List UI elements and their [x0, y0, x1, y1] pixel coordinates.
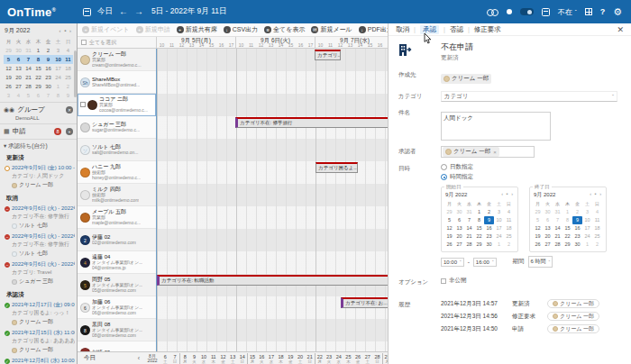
history-user-chip[interactable]: クリーム 一郎: [547, 312, 599, 321]
calendar-day[interactable]: 22: [33, 73, 43, 82]
calendar-day[interactable]: 22: [562, 232, 572, 241]
member-row[interactable]: 2 伊藤 02 02@ontimedemo.com: [78, 229, 156, 251]
calendar-day[interactable]: 29: [474, 241, 484, 249]
private-option[interactable]: 非公開: [441, 277, 624, 285]
history-user-chip[interactable]: クリーム 一郎: [547, 299, 599, 308]
calendar-day[interactable]: 6: [33, 91, 43, 100]
select-all-checkbox[interactable]: [81, 40, 87, 45]
calendar-day[interactable]: 1: [474, 208, 484, 216]
calendar-day[interactable]: 24: [582, 232, 592, 241]
calendar-day[interactable]: 3: [494, 208, 504, 216]
calendar-day[interactable]: 29: [562, 241, 572, 249]
member-row[interactable]: メープル 五郎 営業部 maple@ontimedemo.c...: [78, 206, 156, 229]
footer-day[interactable]: 12金: [218, 353, 228, 364]
request-item[interactable]: 2022年9月9日 (金) 10:00 - 1... カテゴリ: 人間ドック ク…: [4, 163, 75, 191]
duration-select[interactable]: 6 時間ˇ: [528, 256, 553, 268]
member-row[interactable]: 5 岡野 05 オンタイム事業部\オン... 05@ontimedemo.com: [78, 274, 156, 296]
footer-day[interactable]: 16火: [257, 353, 267, 364]
toolbar-button[interactable]: +新規共有席: [177, 25, 217, 34]
footer-day[interactable]: 7日: [170, 353, 180, 364]
calendar-day[interactable]: 31: [464, 208, 474, 216]
request-item[interactable]: –2022年9月6日 (火) - 2022年9... カテゴリ不在: 修学旅行 …: [4, 204, 75, 232]
calendar-day[interactable]: 7: [553, 216, 562, 224]
calendar-day[interactable]: 1: [33, 46, 43, 55]
schedule-event[interactable]: カテゴリ...: [315, 50, 341, 60]
remove-icon[interactable]: ×: [493, 150, 497, 155]
member-row[interactable]: ソ ソルト 七郎 salt@ontimedemo.on...: [78, 139, 156, 161]
calendar-day[interactable]: 20: [454, 232, 464, 241]
calendar-day[interactable]: 9: [43, 55, 53, 64]
calendar-day[interactable]: 17: [582, 224, 592, 232]
toolbar-button[interactable]: +新規申請: [136, 25, 170, 34]
mini-calendar-nav[interactable]: ‹ ▪ ›: [59, 28, 72, 33]
request-add-button[interactable]: +: [66, 128, 73, 135]
calendar-day[interactable]: 25: [592, 232, 602, 241]
request-item[interactable]: ✓2021年12月8日 (水) 10:00 - ... カテゴリ困るよ: 外部と…: [4, 356, 75, 364]
footer-day[interactable]: 8月: [179, 353, 189, 364]
footer-day[interactable]: 22月: [315, 353, 325, 364]
calendar-day[interactable]: 8: [53, 91, 63, 100]
calendar-day[interactable]: 1: [582, 241, 592, 249]
calendar-day[interactable]: 12: [444, 224, 454, 232]
date-range[interactable]: 5日 - 2022年 9月 11日: [151, 6, 226, 17]
calendar-day[interactable]: 28: [553, 241, 562, 249]
calendar-day[interactable]: 21: [553, 232, 562, 241]
schedule-event[interactable]: カテゴリ不在: 修学旅行: [235, 117, 388, 128]
footer-day[interactable]: 23火: [325, 353, 334, 364]
calendar-day[interactable]: 8: [474, 216, 484, 224]
calendar-day[interactable]: 15: [562, 224, 572, 232]
calendar-day[interactable]: 4: [63, 46, 73, 55]
member-row[interactable]: クリーム 一郎 営業部 cream@ontimedemo.c...: [78, 49, 156, 71]
calendar-day[interactable]: 2: [484, 208, 494, 216]
start-time-select[interactable]: 10:00ˇ: [441, 258, 464, 267]
calendar-day[interactable]: 30: [543, 208, 553, 216]
member-row[interactable]: 4 遠藤 04 オンタイム事業部\オン... 04@ontimems.jp: [78, 251, 156, 274]
calendar-day[interactable]: 6: [543, 216, 553, 224]
calendar-day[interactable]: 3: [53, 46, 63, 55]
footer-day[interactable]: 24水: [334, 353, 343, 364]
approver-input[interactable]: クリーム 一郎×: [441, 146, 535, 158]
calendar-day[interactable]: 29: [33, 82, 43, 91]
member-row[interactable]: ハニー 九郎 技術部 honey@ontimedemo.c...: [78, 161, 156, 184]
calendar-nav[interactable]: ‹ ▪ ›: [590, 191, 602, 199]
calendar-day[interactable]: 1: [53, 82, 63, 91]
calendar-day[interactable]: 4: [592, 208, 602, 216]
close-icon[interactable]: ✕: [617, 25, 624, 34]
calendar-day[interactable]: 11: [63, 55, 73, 64]
calendar-day[interactable]: 13: [543, 224, 553, 232]
footer-day[interactable]: 26金: [353, 353, 363, 364]
calendar-day[interactable]: 16: [43, 64, 53, 73]
calendar-day[interactable]: 26: [533, 241, 543, 249]
calendar-day[interactable]: 31: [553, 208, 562, 216]
calendar-day[interactable]: 20: [14, 73, 23, 82]
calendar-day[interactable]: 13: [14, 64, 23, 73]
request-filter[interactable]: ▾ 承認待ち(自分): [0, 140, 77, 150]
calendar-day[interactable]: 5: [23, 91, 33, 100]
footer-day[interactable]: 9火: [189, 353, 199, 364]
footer-prev-button[interactable]: ‹: [133, 355, 144, 361]
calendar-day[interactable]: 4: [504, 208, 514, 216]
cancel-button[interactable]: 取消: [396, 25, 409, 34]
select-all[interactable]: 全てを選択: [78, 37, 157, 48]
calendar-day[interactable]: 2: [63, 82, 73, 91]
calendar-day[interactable]: 12: [533, 224, 543, 232]
calendar-day[interactable]: 8: [33, 55, 43, 64]
member-checkbox[interactable]: [80, 102, 86, 107]
calendar-day[interactable]: 13: [454, 224, 464, 232]
footer-day[interactable]: 17水: [267, 353, 277, 364]
calendar-day[interactable]: 14: [464, 224, 474, 232]
footer-day[interactable]: 13土: [228, 353, 238, 364]
member-row[interactable]: 6 加藤 06 オンタイム事業部\オン... 06@ontimedemo.com: [78, 296, 156, 319]
calendar-day[interactable]: 23: [43, 73, 53, 82]
calendar-day[interactable]: 3: [582, 208, 592, 216]
calendar-day[interactable]: 27: [454, 241, 464, 249]
schedule-event[interactable]: カテゴリ不在: 転職活動: [157, 275, 388, 286]
request-item[interactable]: ✓2021年12月17日 (金) 09:00 ... カテゴリ困るよ: っっ！ …: [4, 300, 75, 328]
calendar-day[interactable]: 11: [592, 216, 602, 224]
calendar-day[interactable]: 5: [4, 55, 14, 64]
group-name[interactable]: DemoALL: [4, 114, 73, 121]
calendar-day[interactable]: 15: [33, 64, 43, 73]
calendar-day[interactable]: 28: [23, 82, 33, 91]
request-item[interactable]: –2022年9月6日 (火) - 2022年9... カテゴリ: Travel …: [4, 259, 75, 287]
calendar-day[interactable]: 10: [53, 55, 63, 64]
